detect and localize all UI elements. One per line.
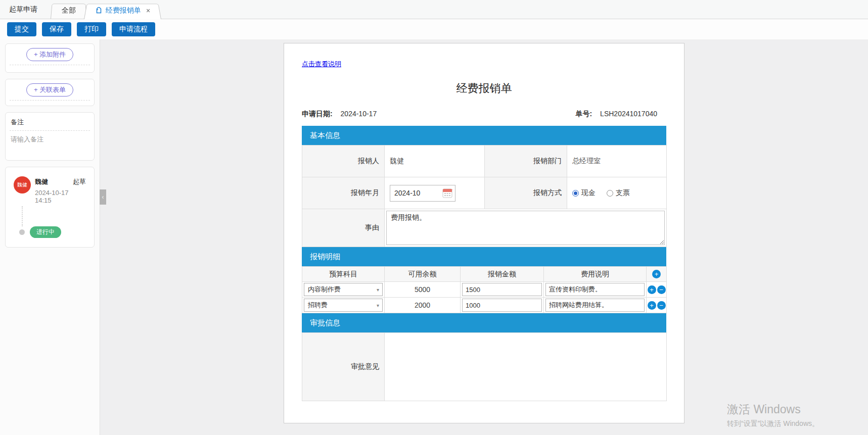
save-button[interactable]: 保存 bbox=[42, 22, 71, 36]
add-attachment-button[interactable]: + 添加附件 bbox=[26, 48, 73, 61]
apply-flow-button[interactable]: 申请流程 bbox=[112, 22, 155, 36]
note-input[interactable] bbox=[545, 299, 645, 312]
avatar: 魏健 bbox=[14, 176, 31, 194]
add-attachment-label: 添加附件 bbox=[39, 51, 66, 58]
table-row: 内容制作费 ▾ 5000 +− bbox=[302, 282, 667, 298]
add-row-button[interactable]: + bbox=[652, 270, 661, 278]
add-row-button[interactable]: + bbox=[648, 301, 656, 310]
remove-row-button[interactable]: − bbox=[657, 285, 666, 294]
month-label: 报销年月 bbox=[302, 177, 385, 209]
method-label: 报销方式 bbox=[485, 177, 567, 209]
sidebar: + 添加附件 + 关联表单 备注 请输入备注 魏健 魏健 起草 bbox=[0, 39, 100, 435]
remark-title: 备注 bbox=[10, 117, 90, 131]
table-row: 招聘费 ▾ 2000 +− bbox=[302, 298, 667, 313]
approval-table: 审批意见 bbox=[302, 332, 667, 401]
reason-textarea[interactable]: 费用报销。 bbox=[386, 211, 665, 245]
windows-activation-watermark: 激活 Windows 转到“设置”以激活 Windows。 bbox=[727, 402, 819, 428]
toolbar: 提交 保存 打印 申请流程 bbox=[0, 19, 868, 39]
add-row-button[interactable]: + bbox=[648, 285, 656, 294]
radio-label: 现金 bbox=[581, 188, 596, 198]
form-title: 经费报销单 bbox=[302, 81, 666, 96]
section-expense-detail: 报销明细 bbox=[302, 247, 666, 266]
approval-opinion-value bbox=[385, 333, 667, 401]
link-form-label: 关联表单 bbox=[39, 86, 66, 93]
amount-input[interactable] bbox=[462, 299, 542, 312]
close-icon[interactable]: × bbox=[146, 7, 150, 15]
doc-no-value: LSH20241017040 bbox=[600, 110, 657, 118]
timeline-time: 2024-10-17 14:15 bbox=[35, 189, 86, 204]
reason-label: 事由 bbox=[302, 209, 385, 247]
budget-subject-select[interactable]: 招聘费 ▾ bbox=[304, 299, 383, 312]
department-value: 总经理室 bbox=[567, 146, 667, 177]
approval-opinion-label: 审批意见 bbox=[302, 333, 385, 401]
status-badge: 进行中 bbox=[30, 226, 61, 238]
tab-label: 经费报销单 bbox=[106, 6, 141, 15]
form-card: 点击查看说明 经费报销单 申请日期: 2024-10-17 单号: LSH202… bbox=[284, 43, 684, 423]
balance-value: 5000 bbox=[385, 282, 461, 298]
remove-row-button[interactable]: − bbox=[657, 301, 666, 310]
section-approval-info: 审批信息 bbox=[302, 313, 666, 332]
timeline-user-name: 魏健 bbox=[35, 177, 48, 186]
remark-panel: 备注 请输入备注 bbox=[5, 112, 95, 161]
chevron-down-icon: ▾ bbox=[377, 287, 379, 293]
sidebar-collapse-handle[interactable]: ‹ bbox=[100, 189, 106, 205]
payment-method-radio-group: 现金 支票 bbox=[572, 188, 666, 198]
radio-label: 支票 bbox=[616, 188, 630, 198]
attachment-panel: + 添加附件 bbox=[5, 43, 95, 73]
radio-selected-icon bbox=[572, 190, 579, 197]
flow-timeline-panel: 魏健 魏健 起草 2024-10-17 14:15 进行中 bbox=[5, 167, 95, 248]
calendar-icon[interactable] bbox=[442, 188, 452, 198]
col-amount: 报销金额 bbox=[461, 267, 544, 282]
timeline: 魏健 魏健 起草 2024-10-17 14:15 进行中 bbox=[10, 171, 90, 244]
plus-icon: + bbox=[34, 86, 38, 93]
col-available-balance: 可用余额 bbox=[385, 267, 461, 282]
balance-value: 2000 bbox=[385, 298, 461, 313]
radio-option-cheque[interactable]: 支票 bbox=[607, 188, 630, 198]
col-budget-subject: 预算科目 bbox=[302, 267, 385, 282]
print-button[interactable]: 打印 bbox=[77, 22, 106, 36]
timeline-connector bbox=[22, 206, 86, 226]
tag-icon bbox=[95, 7, 103, 15]
applicant-label: 报销人 bbox=[302, 146, 385, 177]
apply-date-value: 2024-10-17 bbox=[341, 110, 377, 118]
select-value: 招聘费 bbox=[308, 301, 328, 310]
radio-unselected-icon bbox=[607, 190, 613, 197]
window-title: 起草申请 bbox=[9, 5, 37, 14]
submit-button[interactable]: 提交 bbox=[7, 22, 36, 36]
plus-icon: + bbox=[34, 51, 38, 58]
main-area: 点击查看说明 经费报销单 申请日期: 2024-10-17 单号: LSH202… bbox=[100, 39, 868, 435]
expense-detail-table: 预算科目 可用余额 报销金额 费用说明 + 内容制作费 ▾ bbox=[302, 266, 667, 313]
related-form-panel: + 关联表单 bbox=[5, 79, 95, 106]
tab-all[interactable]: 全部 bbox=[51, 3, 87, 19]
watermark-line1: 激活 Windows bbox=[727, 402, 819, 417]
doc-no-label: 单号: bbox=[576, 110, 592, 118]
amount-input[interactable] bbox=[462, 283, 542, 296]
timeline-node-dot bbox=[19, 229, 25, 235]
budget-subject-select[interactable]: 内容制作费 ▾ bbox=[304, 283, 383, 296]
department-label: 报销部门 bbox=[485, 146, 567, 177]
date-row: 申请日期: 2024-10-17 单号: LSH20241017040 bbox=[302, 110, 666, 119]
col-note: 费用说明 bbox=[544, 267, 647, 282]
timeline-action: 起草 bbox=[73, 177, 86, 186]
remark-input[interactable]: 请输入备注 bbox=[10, 131, 90, 157]
view-help-link[interactable]: 点击查看说明 bbox=[302, 60, 341, 69]
applicant-value: 魏健 bbox=[385, 146, 485, 177]
watermark-line2: 转到“设置”以激活 Windows。 bbox=[727, 419, 819, 428]
apply-date-label: 申请日期: bbox=[302, 110, 333, 118]
basic-info-table: 报销人 魏健 报销部门 总经理室 报销年月 bbox=[302, 145, 667, 247]
tabs: 全部 经费报销单 × bbox=[51, 3, 158, 19]
tab-label: 全部 bbox=[62, 6, 76, 15]
radio-option-cash[interactable]: 现金 bbox=[572, 188, 596, 198]
tab-expense-form[interactable]: 经费报销单 × bbox=[84, 3, 161, 19]
note-input[interactable] bbox=[545, 283, 645, 296]
link-form-button[interactable]: + 关联表单 bbox=[26, 83, 73, 96]
tab-bar: 起草申请 全部 经费报销单 × bbox=[0, 0, 868, 19]
section-basic-info: 基本信息 bbox=[302, 126, 666, 145]
select-value: 内容制作费 bbox=[308, 285, 341, 294]
chevron-down-icon: ▾ bbox=[377, 303, 379, 308]
